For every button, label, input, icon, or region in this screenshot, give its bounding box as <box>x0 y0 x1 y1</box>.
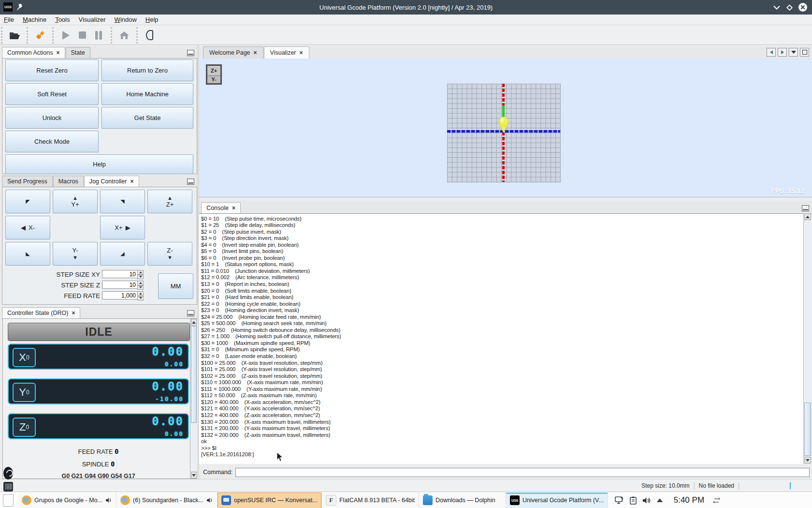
action-button[interactable]: Check Mode <box>5 131 99 152</box>
maximize-pane-button[interactable] <box>800 48 809 57</box>
console-scrollbar[interactable] <box>803 213 812 463</box>
feed-rate-stepper[interactable] <box>137 291 144 300</box>
tab-send-progress[interactable]: Send Progress <box>2 176 53 187</box>
close-tab-icon[interactable]: × <box>130 179 134 184</box>
tab-state[interactable]: State <box>66 47 90 58</box>
close-tab-icon[interactable]: × <box>72 310 75 316</box>
orientation-cube[interactable]: Z+ Y- <box>206 64 222 85</box>
action-button[interactable]: Get State <box>102 107 193 129</box>
y-zero-button[interactable]: Y0 <box>13 383 36 402</box>
jog-diag-ne-button[interactable]: ◥ <box>100 190 145 213</box>
tray-expand-icon[interactable] <box>656 498 663 503</box>
float-window-icon[interactable] <box>187 50 194 56</box>
console-line: $25 = 500.000 (Homing search seek rate, … <box>201 320 803 327</box>
open-file-button[interactable] <box>6 28 23 43</box>
volume-icon[interactable] <box>642 497 651 504</box>
tab-visualizer[interactable]: Visualizer× <box>264 46 309 59</box>
menu-item[interactable]: Help <box>145 16 163 23</box>
taskbar: VM Grupos de Google - Mo... (6) Soundgar… <box>0 492 812 508</box>
x-zero-button[interactable]: X0 <box>13 348 36 367</box>
action-button[interactable]: Reset Zero <box>5 60 99 81</box>
step-size-xy-stepper[interactable] <box>137 270 144 279</box>
float-window-icon[interactable] <box>802 205 809 211</box>
launcher-icon[interactable] <box>1 493 15 507</box>
stop-button[interactable] <box>74 28 90 43</box>
tab-controller-state[interactable]: Controller State (DRO)× <box>2 307 80 318</box>
audio-playing-icon <box>206 497 213 504</box>
menu-item[interactable]: File <box>4 16 19 23</box>
console-line: $31 = 0 (Minimum spindle speed, RPM) <box>201 346 803 353</box>
help-button[interactable]: Help <box>5 154 193 174</box>
close-tab-icon[interactable]: × <box>232 205 235 211</box>
maximize-button[interactable] <box>784 2 795 13</box>
menu-item[interactable]: Tools <box>55 16 74 23</box>
close-tab-icon[interactable]: × <box>254 50 257 56</box>
console-line: $21 = 0 (Hard limits enable, boolean) <box>201 294 803 301</box>
scroll-tabs-left-button[interactable] <box>767 48 776 57</box>
visualizer-canvas[interactable]: Z+ Y- FPS: 15.12 <box>199 59 812 197</box>
feed-rate-label: FEED RATE <box>5 292 100 299</box>
tab-jog-controller[interactable]: Jog Controller× <box>84 176 139 187</box>
jog-y-plus-button[interactable]: ▲ Y+ <box>53 190 98 213</box>
jog-x-plus-button[interactable]: X+ ▶ <box>100 216 145 239</box>
action-button[interactable]: Home Machine <box>102 83 193 105</box>
taskbar-task[interactable]: UGS Universal Gcode Platform (V... <box>506 493 608 508</box>
taskbar-task[interactable]: F FlatCAM 8.913 BETA - 64bit <box>322 493 419 508</box>
launcher-icon[interactable] <box>1 466 15 480</box>
taskbar-task[interactable]: (6) Soundgarden - Black... <box>116 493 218 508</box>
connect-button[interactable] <box>32 28 48 43</box>
menu-item[interactable]: Visualizer <box>78 16 110 23</box>
network-monitor-icon[interactable] <box>615 496 624 505</box>
jog-x-minus-button[interactable]: ◀ X- <box>5 216 50 239</box>
return-home-button[interactable] <box>116 28 132 43</box>
float-window-icon[interactable] <box>187 179 194 185</box>
clock[interactable]: 5:40 PM <box>674 495 704 505</box>
console-line: $6 = 0 (Invert probe pin, boolean) <box>201 255 803 262</box>
pin-icon[interactable] <box>16 3 23 11</box>
jog-diag-nw-button[interactable]: ◤ <box>5 190 50 213</box>
menu-item[interactable]: Window <box>115 16 142 23</box>
jog-y-minus-button[interactable]: Y- ▼ <box>53 242 98 266</box>
close-tab-icon[interactable]: × <box>56 50 59 56</box>
activity-switcher-icon[interactable] <box>713 497 720 504</box>
float-window-icon[interactable] <box>187 310 194 316</box>
minimize-button[interactable] <box>771 2 782 13</box>
close-button[interactable] <box>798 2 808 13</box>
tab-common-actions[interactable]: Common Actions× <box>2 47 65 58</box>
clipboard-icon[interactable] <box>630 496 637 505</box>
tab-list-dropdown-button[interactable] <box>789 48 798 57</box>
scroll-tabs-right-button[interactable] <box>778 48 787 57</box>
play-button[interactable] <box>58 28 74 43</box>
step-size-z-stepper[interactable] <box>137 281 144 290</box>
taskbar-task[interactable]: openSUSE IRC — Konversat... <box>218 493 322 508</box>
pause-button[interactable] <box>90 28 107 43</box>
step-size-xy-input[interactable] <box>102 270 138 278</box>
launcher-icon[interactable] <box>1 480 15 493</box>
tab-macros[interactable]: Macros <box>53 176 84 187</box>
units-toggle-button[interactable]: MM <box>158 273 193 299</box>
action-button[interactable]: Return to Zero <box>102 60 193 81</box>
tab-welcome-page[interactable]: Welcome Page× <box>203 46 263 59</box>
taskbar-task[interactable]: Grupos de Google - Mo... <box>18 493 116 508</box>
console-line: $120 = 400.000 (X-axis acceleration, mm/… <box>201 399 803 406</box>
step-size-z-input[interactable] <box>102 281 138 289</box>
jog-diag-se-button[interactable]: ◢ <box>100 242 145 266</box>
feed-rate-input[interactable] <box>102 291 138 299</box>
jog-diag-sw-button[interactable]: ◣ <box>5 242 50 266</box>
dro-scrollbar[interactable] <box>190 319 197 478</box>
action-button[interactable]: Soft Reset <box>5 83 99 105</box>
command-input[interactable] <box>235 468 810 477</box>
menu-item[interactable]: Machine <box>23 16 51 23</box>
console-output[interactable]: >>> $$$0 = 10 (Step pulse time, microsec… <box>199 213 803 464</box>
jog-z-plus-button[interactable]: ▲ Z+ <box>147 190 192 213</box>
tab-console[interactable]: Console× <box>201 202 241 213</box>
console-line: $100 = 25.000 (X-axis travel resolution,… <box>201 360 803 367</box>
close-tab-icon[interactable]: × <box>300 50 303 56</box>
z-zero-button[interactable]: Z0 <box>13 418 36 437</box>
console-line: >>> $I <box>201 445 803 452</box>
progress-caret <box>790 482 791 489</box>
taskbar-task[interactable]: Downloads — Dolphin <box>419 493 506 508</box>
jog-z-minus-button[interactable]: Z- ▼ <box>147 242 192 266</box>
pendant-button[interactable] <box>142 28 158 43</box>
action-button[interactable]: Unlock <box>5 107 99 129</box>
